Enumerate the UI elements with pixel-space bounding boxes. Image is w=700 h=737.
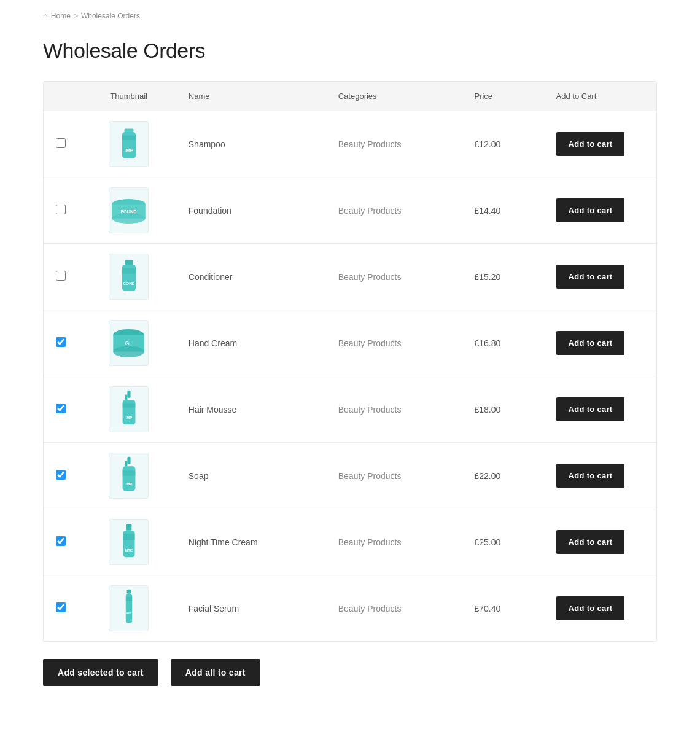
product-checkbox-5[interactable] [56,404,66,413]
product-price: £25.00 [465,509,547,575]
product-checkbox-2[interactable] [56,205,66,214]
col-add-to-cart: Add to Cart [548,82,656,111]
product-thumbnail: IMP [109,121,149,167]
breadcrumb: ⌂ Home > Wholesale Orders [0,0,700,26]
product-name: Conditioner [180,244,330,310]
product-category: Beauty Products [330,111,466,177]
product-thumbnail: IMP [109,453,149,499]
add-to-cart-button-2[interactable]: Add to cart [556,198,625,222]
add-to-cart-button-6[interactable]: Add to cart [556,464,625,488]
breadcrumb-current: Wholesale Orders [81,12,140,20]
row-checkbox-cell [44,376,77,443]
thumbnail-cell: IMP [77,443,179,509]
svg-text:IMP: IMP [125,416,132,419]
col-checkbox [44,82,77,111]
product-category: Beauty Products [330,244,466,310]
product-checkbox-6[interactable] [56,470,66,480]
add-all-to-cart-button[interactable]: Add all to cart [171,659,260,686]
add-to-cart-cell: Add to cart [548,111,656,177]
row-checkbox-cell [44,244,77,310]
add-to-cart-cell: Add to cart [548,177,656,244]
table-row: NTC Night Time Cream Beauty Products £25… [44,509,656,575]
product-price: £18.00 [465,376,547,443]
svg-rect-8 [125,260,133,265]
product-category: Beauty Products [330,443,466,509]
product-price: £14.40 [465,177,547,244]
table-row: IMP Soap Beauty Products £22.00 Add to c… [44,443,656,509]
row-checkbox-cell [44,443,77,509]
product-category: Beauty Products [330,310,466,376]
svg-text:NTC: NTC [125,548,133,552]
table-row: IMP Hair Mousse Beauty Products £18.00 A… [44,376,656,443]
row-checkbox-cell [44,111,77,177]
svg-text:COND: COND [123,281,134,286]
add-to-cart-button-1[interactable]: Add to cart [556,132,625,156]
svg-rect-19 [122,404,135,408]
add-to-cart-cell: Add to cart [548,310,656,376]
product-price: £15.20 [465,244,547,310]
add-to-cart-cell: Add to cart [548,443,656,509]
col-thumbnail: Thumbnail [77,82,179,111]
svg-text:IMP: IMP [125,482,132,486]
add-to-cart-button-7[interactable]: Add to cart [556,530,625,554]
svg-text:IMP: IMP [124,147,133,154]
home-icon: ⌂ [43,11,48,20]
table-row: FOUND Foundation Beauty Products £14.40 … [44,177,656,244]
product-checkbox-4[interactable] [56,337,66,347]
product-thumbnail: SER [109,585,149,631]
product-category: Beauty Products [330,509,466,575]
add-to-cart-button-3[interactable]: Add to cart [556,265,625,289]
col-categories: Categories [330,82,466,111]
svg-rect-30 [126,590,131,594]
svg-text:FOUND: FOUND [121,209,137,214]
add-to-cart-cell: Add to cart [548,244,656,310]
product-name: Shampoo [180,111,330,177]
thumbnail-cell: FOUND [77,177,179,244]
row-checkbox-cell [44,310,77,376]
product-checkbox-3[interactable] [56,271,66,281]
add-to-cart-button-4[interactable]: Add to cart [556,331,625,355]
product-name: Foundation [180,177,330,244]
footer-buttons: Add selected to cart Add all to cart [0,642,700,703]
svg-rect-17 [125,395,127,400]
row-checkbox-cell [44,509,77,575]
product-name: Soap [180,443,330,509]
product-name: Hair Mousse [180,376,330,443]
product-thumbnail: COND [109,254,149,300]
add-to-cart-button-8[interactable]: Add to cart [556,596,625,620]
svg-rect-26 [126,524,131,530]
svg-rect-28 [123,534,134,540]
product-name: Hand Cream [180,310,330,376]
table-row: SER Facial Serum Beauty Products £70.40 … [44,575,656,642]
table-row: GL Hand Cream Beauty Products £16.80 Add… [44,310,656,376]
thumbnail-cell: IMP [77,376,179,443]
row-checkbox-cell [44,575,77,642]
thumbnail-cell: NTC [77,509,179,575]
page-title: Wholesale Orders [0,26,700,81]
thumbnail-cell: SER [77,575,179,642]
product-category: Beauty Products [330,575,466,642]
wholesale-orders-table: Thumbnail Name Categories Price Add to C… [43,81,657,642]
thumbnail-cell: IMP [77,111,179,177]
product-checkbox-1[interactable] [56,138,66,148]
add-to-cart-cell: Add to cart [548,509,656,575]
add-selected-to-cart-button[interactable]: Add selected to cart [43,659,158,686]
add-to-cart-button-5[interactable]: Add to cart [556,397,625,421]
add-to-cart-cell: Add to cart [548,575,656,642]
product-checkbox-7[interactable] [56,536,66,546]
svg-rect-22 [125,461,127,467]
product-checkbox-8[interactable] [56,602,66,612]
col-name: Name [180,82,330,111]
home-link[interactable]: Home [51,12,71,20]
svg-text:GL: GL [125,340,133,346]
svg-rect-32 [125,597,131,601]
product-thumbnail: IMP [109,386,149,432]
table-row: IMP Shampoo Beauty Products £12.00 Add t… [44,111,656,177]
add-to-cart-cell: Add to cart [548,376,656,443]
product-category: Beauty Products [330,376,466,443]
product-thumbnail: FOUND [109,187,149,233]
product-price: £22.00 [465,443,547,509]
product-price: £16.80 [465,310,547,376]
svg-point-6 [112,213,146,224]
svg-rect-23 [122,466,135,491]
